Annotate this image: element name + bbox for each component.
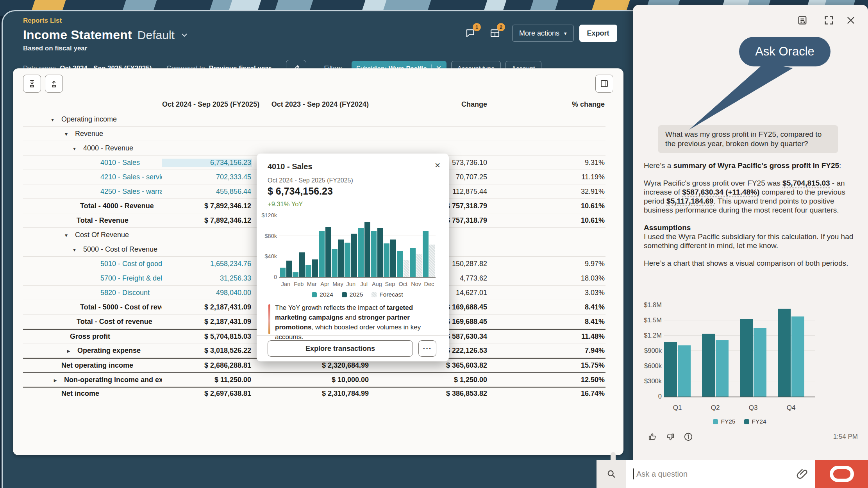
caret-down-icon[interactable]: ▾ — [65, 232, 75, 238]
y-axis-tick: $900k — [638, 347, 662, 354]
x-axis-label: Q3 — [740, 404, 766, 412]
cell-fy2025: $ 7,892,346.12 — [162, 202, 252, 210]
bar-2024 — [305, 265, 311, 277]
explore-transactions-button[interactable]: Explore transactions — [268, 340, 413, 357]
table-row[interactable]: Net income$ 2,697,638.81$ 2,310,784.99$ … — [23, 387, 605, 401]
bar-fy25 — [716, 340, 729, 397]
account-link[interactable]: 4010 - Sales — [100, 159, 140, 166]
row-label: Cost Of Revenue — [75, 231, 129, 239]
more-actions-button[interactable]: More actions ▾ — [512, 25, 574, 42]
popup-period: Oct 2024 - Sep 2025 (FY2025) — [268, 177, 353, 184]
bar-fy25 — [791, 316, 804, 397]
oracle-assistant-button[interactable] — [815, 460, 868, 488]
info-button[interactable] — [683, 431, 694, 442]
y-axis-tick: $1.8M — [638, 301, 662, 309]
bar-2024 — [319, 231, 325, 277]
bar-2025 — [286, 261, 292, 277]
comments-badge: 1 — [473, 23, 481, 31]
thumbs-down-icon — [665, 432, 675, 442]
views-badge: 2 — [497, 23, 505, 31]
close-panel-button[interactable] — [845, 14, 857, 27]
y-axis-tick: $1.5M — [638, 316, 662, 324]
assistant-answer: Here’s a summary of Wyra Pacific's gross… — [644, 161, 859, 276]
cell-fy2025: 6,734,156.23 — [162, 159, 252, 167]
account-link[interactable]: 5700 - Freight & delivery — [100, 274, 162, 282]
x-axis-label: Q4 — [778, 404, 804, 412]
column-settings-button[interactable] — [595, 75, 613, 93]
cell-pct-change: 18.03% — [488, 274, 605, 282]
row-label: Operating income — [61, 115, 117, 123]
caret-right-icon[interactable]: ▸ — [54, 377, 64, 383]
table-row[interactable]: ▸Non-operating income and expenses$ 11,2… — [23, 372, 605, 387]
ask-input-bar — [597, 460, 868, 488]
close-icon[interactable]: × — [435, 160, 440, 171]
popup-yoy-delta: +9.31% YoY — [268, 200, 303, 208]
cell-pct-change: 9.97% — [488, 260, 605, 268]
bar-2025 — [390, 240, 396, 277]
account-link[interactable]: 4210 - Sales - service — [100, 173, 162, 181]
close-icon — [846, 15, 856, 25]
caret-down-icon[interactable]: ▾ — [51, 116, 61, 123]
transcript-button[interactable] — [796, 14, 809, 27]
chart-intro: Here’s a chart that shows a visual compa… — [644, 259, 859, 268]
ask-question-input[interactable] — [636, 470, 796, 479]
bar-2024 — [371, 231, 377, 277]
caret-down-icon[interactable]: ▾ — [73, 247, 83, 253]
cell-fy2025: 31,256.33 — [162, 274, 252, 282]
x-axis-label: Oct — [396, 281, 409, 287]
account-link[interactable]: 5010 - Cost of goods sold — [100, 260, 162, 268]
table-header-row: Oct 2024 - Sep 2025 (FY2025)Oct 2023 - S… — [23, 97, 605, 112]
bar-2025 — [364, 222, 370, 277]
legend-item: FY25 — [713, 418, 735, 425]
bar-fy24 — [664, 342, 677, 397]
account-link[interactable]: 5820 - Discount — [100, 289, 150, 297]
export-button[interactable]: Export — [579, 25, 617, 42]
x-axis-label: Q1 — [664, 404, 691, 412]
chart-x-axis: JanFebMarAprMayJunJulAugSepOctNovDec — [279, 281, 436, 287]
row-label: Total - Cost of revenue — [77, 318, 152, 325]
expand-panel-button[interactable] — [823, 14, 835, 27]
x-axis-label: Jul — [357, 281, 370, 287]
text-cursor — [633, 468, 634, 479]
caret-down-icon[interactable]: ▾ — [65, 131, 75, 137]
expand-all-icon — [27, 79, 37, 88]
cell-pct-change: 15.75% — [488, 361, 605, 370]
expand-all-button[interactable] — [23, 75, 41, 93]
assumptions-heading: Assumptions — [644, 223, 859, 232]
cell-pct-change: 16.74% — [488, 390, 605, 398]
thumbs-down-button[interactable] — [665, 431, 676, 442]
x-axis-label: Mar — [305, 281, 318, 287]
chart-legend: 20242025Forecast — [279, 291, 436, 298]
cell-pct-change: 3.03% — [488, 289, 605, 297]
collapse-all-button[interactable] — [45, 75, 63, 93]
row-label: Net operating income — [61, 361, 133, 369]
search-button[interactable] — [597, 460, 626, 488]
answer-summary-line: Here’s a summary of Wyra Pacific's gross… — [644, 161, 859, 170]
bar-fy24 — [740, 319, 753, 397]
cell-pct-change: 9.31% — [488, 159, 605, 167]
chevron-down-icon[interactable] — [180, 31, 189, 39]
attachment-icon[interactable] — [796, 467, 809, 481]
message-timestamp: 1:54 PM — [833, 433, 858, 441]
table-row[interactable]: ▾Operating income — [23, 112, 605, 127]
x-axis-label: Aug — [371, 281, 384, 287]
bar-2025 — [325, 227, 331, 277]
bar-fy25 — [754, 328, 766, 397]
more-options-button[interactable]: ··· — [418, 340, 436, 357]
table-row[interactable]: ▾Revenue — [23, 127, 605, 141]
y-axis-tick: $300k — [638, 377, 662, 385]
x-axis-label: Q2 — [702, 404, 729, 412]
divider — [257, 335, 449, 336]
legend-swatch — [312, 292, 317, 297]
report-variant[interactable]: Default — [138, 29, 175, 42]
bar-2025 — [312, 259, 318, 277]
caret-down-icon[interactable]: ▾ — [73, 145, 83, 152]
row-label: 5000 - Cost of Revenue — [83, 245, 157, 253]
caret-right-icon[interactable]: ▸ — [67, 348, 77, 354]
thumbs-up-button[interactable] — [647, 431, 658, 442]
comments-button[interactable]: 1 — [464, 26, 478, 40]
question-field-wrap — [626, 460, 815, 488]
views-button[interactable]: 2 — [488, 26, 502, 40]
bar-2024 — [345, 243, 350, 277]
account-link[interactable]: 4250 - Sales - warranty — [100, 188, 162, 195]
